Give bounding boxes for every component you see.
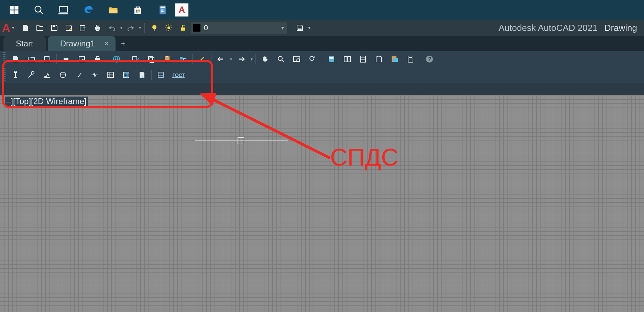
svg-line-33	[166, 25, 167, 26]
cursor-pickbox	[238, 137, 244, 144]
format-page-icon	[138, 71, 146, 79]
svg-rect-0	[10, 6, 14, 9]
file-explorer-button[interactable]	[101, 0, 125, 20]
spds-format-button[interactable]	[135, 68, 149, 82]
open-web-button[interactable]	[76, 21, 90, 35]
undo-button[interactable]	[105, 21, 119, 35]
svg-rect-3	[14, 10, 18, 14]
design-center-button[interactable]	[340, 52, 354, 66]
save-button[interactable]	[47, 21, 61, 35]
save-workspace-button[interactable]	[293, 21, 307, 35]
calculator-button[interactable]	[151, 0, 175, 20]
tool-palettes-button[interactable]	[356, 52, 370, 66]
spds-gost-button[interactable]: ГОСТ	[170, 68, 187, 82]
edge-button[interactable]	[76, 0, 100, 20]
start-menu-button[interactable]	[2, 0, 26, 20]
sun-icon	[165, 24, 173, 32]
toolbar-handle[interactable]	[3, 52, 6, 66]
svg-text:±: ±	[279, 55, 281, 58]
help-button[interactable]: ?	[422, 52, 437, 66]
tab-drawing1[interactable]: Drawing1 ×	[48, 36, 116, 51]
save-doc-button[interactable]	[40, 52, 54, 66]
spds-toolbar: ГОСТ	[0, 67, 644, 83]
spds-spec-button[interactable]	[154, 68, 168, 82]
tool-palettes-icon	[359, 55, 367, 63]
cut-icon	[131, 55, 140, 63]
block-editor-button[interactable]	[195, 52, 209, 66]
open-button[interactable]	[33, 21, 47, 35]
save-icon	[50, 24, 58, 32]
new-button[interactable]	[19, 21, 32, 35]
spds-leader-button[interactable]	[24, 68, 39, 82]
redo-icon	[237, 55, 245, 63]
print-button[interactable]	[91, 21, 105, 35]
toolbar-handle[interactable]	[3, 68, 6, 82]
layer-freeze-button[interactable]	[162, 21, 176, 35]
spds-hatch-button[interactable]	[119, 68, 133, 82]
spds-slope-button[interactable]	[72, 68, 86, 82]
calculator-icon	[157, 5, 168, 15]
redo-icon	[127, 24, 135, 32]
spds-break-button[interactable]	[87, 68, 102, 82]
undo-tb-button[interactable]	[214, 52, 228, 66]
task-view-button[interactable]	[52, 0, 76, 20]
publish-button[interactable]	[90, 52, 105, 66]
paste-icon	[163, 55, 171, 63]
markup-icon	[391, 55, 399, 63]
redo-tb-button[interactable]	[234, 52, 249, 66]
saveas-button[interactable]	[62, 21, 76, 35]
properties-button[interactable]	[324, 52, 339, 66]
publish-icon	[94, 55, 102, 63]
copy-button[interactable]	[144, 52, 159, 66]
svg-rect-47	[150, 58, 154, 63]
cut-button[interactable]	[128, 52, 143, 66]
zoom-realtime-button[interactable]: ±	[274, 52, 288, 66]
svg-point-74	[31, 71, 34, 74]
document-tabs: Start Drawing1 × +	[0, 36, 644, 51]
match-prop-button[interactable]	[176, 52, 190, 66]
paste-button[interactable]	[160, 52, 174, 66]
spds-axis-button[interactable]	[8, 68, 23, 82]
title-bar-text: Autodesk AutoCAD 2021 Drawing	[499, 23, 637, 33]
properties-icon	[327, 55, 336, 63]
leader-icon	[27, 71, 35, 79]
zoom-window-button[interactable]	[290, 52, 304, 66]
viewport-controls[interactable]: –][Top][2D Wireframe]	[5, 97, 88, 106]
saveas-icon	[65, 24, 73, 32]
store-button[interactable]	[126, 0, 150, 20]
svg-rect-42	[95, 58, 100, 61]
open-doc-button[interactable]	[24, 52, 39, 66]
plot-button[interactable]	[59, 52, 73, 66]
sheet-set-button[interactable]	[372, 52, 386, 66]
print-preview-icon	[78, 55, 86, 63]
spds-level-button[interactable]	[40, 68, 54, 82]
layer-lock-button[interactable]	[176, 21, 190, 35]
drawing-canvas[interactable]: –][Top][2D Wireframe]	[0, 95, 644, 312]
new-tab-button[interactable]: +	[116, 36, 131, 51]
svg-rect-38	[298, 29, 302, 31]
search-button[interactable]	[27, 0, 51, 20]
redo-button[interactable]	[124, 21, 138, 35]
task-view-icon	[58, 5, 69, 15]
pan-button[interactable]	[258, 52, 272, 66]
close-icon[interactable]: ×	[104, 39, 109, 48]
svg-rect-24	[96, 25, 99, 27]
plot-preview-button[interactable]	[75, 52, 89, 66]
web-button[interactable]	[109, 52, 124, 66]
new-doc-button[interactable]	[8, 52, 23, 66]
tab-start[interactable]: Start	[3, 36, 46, 51]
spds-table-button[interactable]	[103, 68, 118, 82]
quickcalc-button[interactable]	[403, 52, 418, 66]
spds-section-button[interactable]	[56, 68, 70, 82]
svg-point-56	[297, 59, 299, 62]
svg-point-19	[162, 11, 163, 12]
markup-button[interactable]	[388, 52, 402, 66]
layer-bulb-button[interactable]	[148, 21, 161, 35]
layer-dropdown[interactable]: 0 ▼	[191, 22, 287, 34]
app-menu-button[interactable]: A ▼	[0, 20, 17, 36]
svg-rect-2	[10, 10, 14, 14]
autocad-button[interactable]: A	[175, 3, 188, 16]
zoom-previous-button[interactable]	[305, 52, 320, 66]
zoom-previous-icon	[308, 55, 317, 63]
svg-rect-48	[165, 56, 170, 62]
